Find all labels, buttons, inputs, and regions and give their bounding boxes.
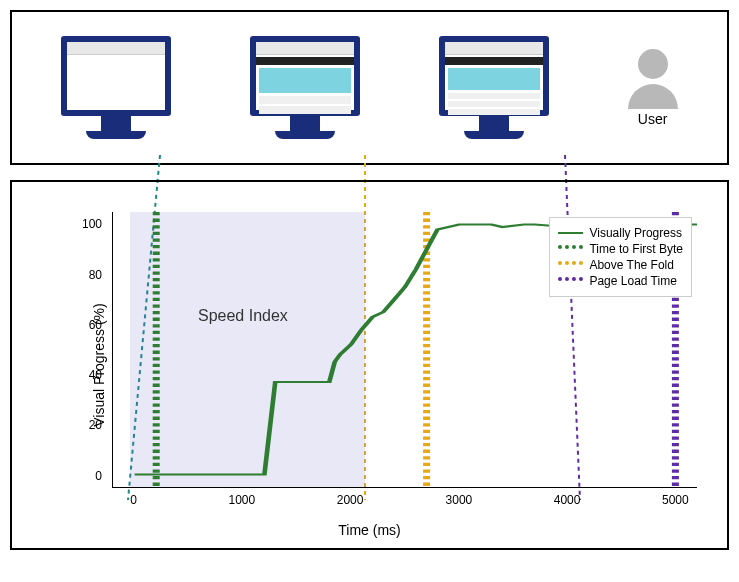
x-tick-3000: 3000 [446,493,473,507]
y-tick-20: 20 [89,418,102,432]
chart-panel: Visual Progress (%) Time (ms) 0 20 40 60… [10,180,729,550]
legend-row-ttfb: Time to First Byte [558,242,683,256]
y-tick-0: 0 [95,469,102,483]
x-tick-2000: 2000 [337,493,364,507]
legend-swatch-solid-icon [558,232,583,234]
legend-label: Time to First Byte [589,242,683,256]
monitors-panel: User [10,10,729,165]
y-ticks: 0 20 40 60 80 100 [72,212,107,488]
user-icon: User [628,49,678,127]
y-tick-100: 100 [82,217,102,231]
chart-area: Speed Index Visually Progress Time to Fi… [112,212,697,488]
x-axis-label: Time (ms) [338,522,400,538]
monitor-partial [250,36,360,139]
y-tick-60: 60 [89,318,102,332]
legend-row-plt: Page Load Time [558,274,683,288]
legend-swatch-dotted-icon [558,277,583,285]
monitor-blank [61,36,171,139]
legend-swatch-dotted-icon [558,245,583,253]
legend-label: Above The Fold [589,258,674,272]
legend-row-progress: Visually Progress [558,226,683,240]
monitor-full [439,36,549,139]
x-tick-1000: 1000 [229,493,256,507]
speed-index-annotation: Speed Index [198,307,288,325]
legend-label: Visually Progress [589,226,681,240]
legend-swatch-dotted-icon [558,261,583,269]
x-tick-5000: 5000 [662,493,689,507]
legend-label: Page Load Time [589,274,676,288]
user-label: User [628,111,678,127]
x-tick-0: 0 [130,493,137,507]
x-ticks: 0 1000 2000 3000 4000 5000 [112,493,697,513]
legend: Visually Progress Time to First Byte Abo… [549,217,692,297]
legend-row-atf: Above The Fold [558,258,683,272]
x-tick-4000: 4000 [554,493,581,507]
y-tick-40: 40 [89,368,102,382]
y-tick-80: 80 [89,268,102,282]
